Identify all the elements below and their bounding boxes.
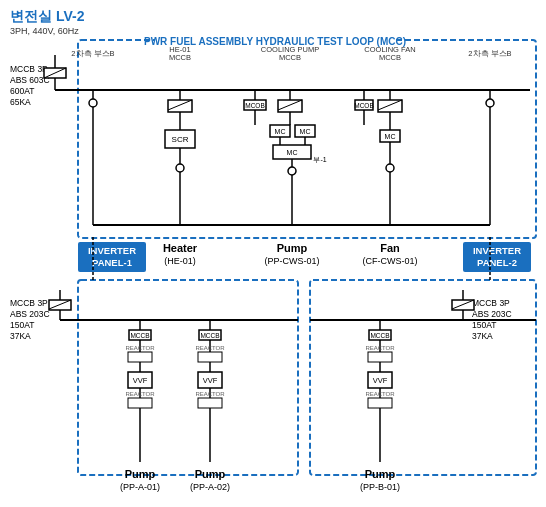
svg-text:부-1: 부-1: [313, 156, 326, 163]
svg-point-45: [386, 164, 394, 172]
reactor-bot-3: [368, 398, 392, 408]
reactor-box-1: [128, 352, 152, 362]
svg-text:SCR: SCR: [172, 135, 189, 144]
svg-text:150AT: 150AT: [10, 320, 34, 330]
mcc-border: [78, 40, 536, 238]
svg-text:REACTOR: REACTOR: [125, 345, 155, 351]
fan-sub: (CF-CWS-01): [363, 256, 418, 266]
svg-text:MCCB 3P: MCCB 3P: [472, 298, 510, 308]
svg-text:MCOB: MCOB: [245, 102, 265, 109]
left-sub-panel-border: [78, 280, 298, 475]
reactor-bot-2: [198, 398, 222, 408]
svg-text:37KA: 37KA: [472, 331, 493, 341]
svg-point-32: [288, 167, 296, 175]
svg-point-52: [486, 99, 494, 107]
svg-text:MCCB: MCCB: [130, 332, 149, 339]
heater-label: Heater: [163, 242, 198, 254]
svg-text:PANEL-2: PANEL-2: [477, 257, 517, 268]
svg-text:2차측 부스B: 2차측 부스B: [468, 49, 511, 58]
svg-text:37KA: 37KA: [10, 331, 31, 341]
svg-text:VVF: VVF: [203, 376, 218, 385]
svg-text:INVERTER: INVERTER: [88, 245, 136, 256]
reactor-box-2: [198, 352, 222, 362]
ppb01-label: Pump: [365, 468, 396, 480]
reactor-box-3: [368, 352, 392, 362]
svg-text:MCCB: MCCB: [279, 53, 301, 62]
left-panel-label: MCCB 3P: [10, 64, 48, 74]
fan-label: Fan: [380, 242, 400, 254]
svg-text:2차측 부스B: 2차측 부스B: [71, 49, 114, 58]
ppa02-sub: (PP-A-02): [190, 482, 230, 492]
svg-text:MCCB 3P: MCCB 3P: [10, 298, 48, 308]
svg-text:REACTOR: REACTOR: [365, 391, 395, 397]
ppa01-sub: (PP-A-01): [120, 482, 160, 492]
svg-text:REACTOR: REACTOR: [195, 345, 225, 351]
svg-text:VVF: VVF: [373, 376, 388, 385]
svg-text:REACTOR: REACTOR: [195, 391, 225, 397]
main-diagram: PWR FUEL ASSEMBLY HYDRAULIC TEST LOOP (M…: [0, 0, 546, 507]
reactor-bot-1: [128, 398, 152, 408]
svg-text:MCCB: MCCB: [370, 332, 389, 339]
heater-sub: (HE-01): [164, 256, 196, 266]
svg-text:MC: MC: [385, 133, 396, 140]
svg-text:INVERTER: INVERTER: [473, 245, 521, 256]
svg-text:MCCB: MCCB: [169, 53, 191, 62]
svg-text:65KA: 65KA: [10, 97, 31, 107]
svg-text:ABS 203C: ABS 203C: [10, 309, 50, 319]
ppa01-label: Pump: [125, 468, 156, 480]
svg-text:MC: MC: [287, 149, 298, 156]
svg-text:MCOB: MCOB: [354, 102, 374, 109]
pump-sub: (PP-CWS-01): [264, 256, 319, 266]
svg-text:REACTOR: REACTOR: [125, 391, 155, 397]
svg-point-10: [89, 99, 97, 107]
svg-text:MC: MC: [275, 128, 286, 135]
ppa02-label: Pump: [195, 468, 226, 480]
pump-label: Pump: [277, 242, 308, 254]
svg-text:MCCB: MCCB: [379, 53, 401, 62]
svg-text:MCCB: MCCB: [200, 332, 219, 339]
svg-text:150AT: 150AT: [472, 320, 496, 330]
svg-text:600AT: 600AT: [10, 86, 34, 96]
svg-point-19: [176, 164, 184, 172]
svg-text:MC: MC: [300, 128, 311, 135]
svg-text:ABS 203C: ABS 203C: [472, 309, 512, 319]
ppb01-sub: (PP-B-01): [360, 482, 400, 492]
svg-text:PANEL-1: PANEL-1: [92, 257, 133, 268]
svg-text:REACTOR: REACTOR: [365, 345, 395, 351]
svg-text:VVF: VVF: [133, 376, 148, 385]
